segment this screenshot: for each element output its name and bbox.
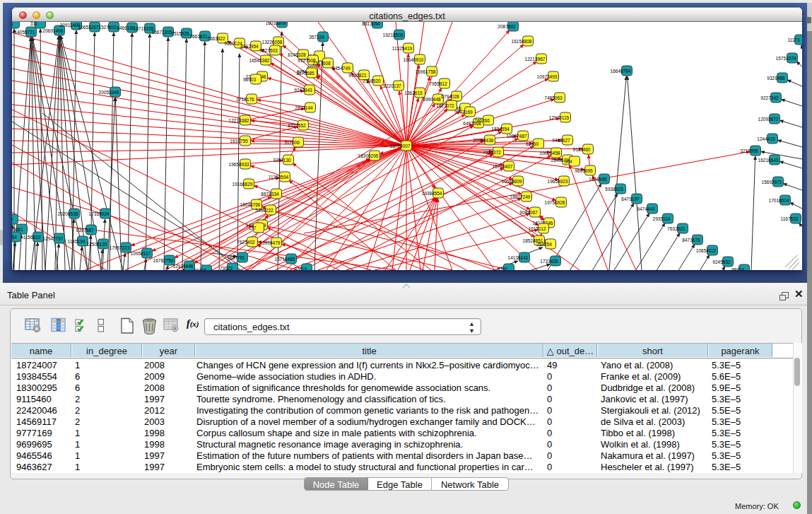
svg-text:1167533: 1167533	[781, 216, 799, 221]
svg-text:16210643: 16210643	[758, 158, 779, 163]
svg-text:2718176: 2718176	[236, 97, 254, 102]
svg-text:12505135: 12505135	[87, 242, 107, 247]
svg-text:1527602: 1527602	[98, 25, 117, 30]
svg-text:15692971: 15692971	[762, 180, 782, 185]
svg-text:11353594: 11353594	[269, 175, 289, 180]
svg-text:6479197: 6479197	[621, 197, 640, 201]
svg-text:5498222: 5498222	[255, 208, 273, 213]
svg-text:16543382: 16543382	[249, 58, 270, 63]
svg-text:98924: 98924	[731, 267, 744, 271]
svg-text:3215955: 3215955	[740, 148, 758, 153]
svg-text:5938923: 5938923	[605, 187, 623, 192]
svg-text:8912954: 8912954	[240, 44, 259, 49]
svg-text:20364436: 20364436	[473, 138, 494, 143]
svg-text:1621072: 1621072	[436, 103, 454, 108]
svg-text:12975115: 12975115	[549, 115, 570, 120]
svg-text:18724007: 18724007	[390, 144, 411, 148]
svg-text:1610755: 1610755	[230, 139, 248, 144]
svg-text:15751074: 15751074	[776, 56, 796, 61]
svg-text:7515526: 7515526	[171, 31, 189, 36]
svg-text:10958117: 10958117	[131, 251, 151, 256]
svg-text:9242843: 9242843	[294, 88, 312, 93]
svg-text:10653267: 10653267	[78, 25, 99, 30]
svg-text:9827503: 9827503	[259, 48, 278, 53]
svg-text:16033809: 16033809	[266, 22, 286, 25]
svg-text:127: 127	[249, 226, 257, 230]
svg-text:9463627: 9463627	[552, 138, 570, 143]
svg-text:8146328: 8146328	[288, 52, 306, 57]
svg-text:16914479: 16914479	[260, 240, 281, 245]
svg-text:9146821: 9146821	[348, 73, 367, 78]
svg-text:8391: 8391	[498, 267, 508, 271]
svg-text:7632621: 7632621	[667, 226, 686, 231]
svg-text:10719155: 10719155	[134, 26, 154, 31]
svg-text:1615112: 1615112	[529, 226, 546, 231]
svg-text:9397587: 9397587	[76, 228, 94, 233]
svg-text:16671355: 16671355	[152, 30, 172, 35]
svg-text:10025458: 10025458	[540, 151, 560, 156]
svg-text:1145194: 1145194	[68, 239, 86, 244]
svg-text:7386372: 7386372	[483, 150, 501, 155]
svg-text:7663821: 7663821	[189, 34, 208, 39]
svg-text:15716485: 15716485	[275, 257, 295, 262]
svg-text:3267130: 3267130	[273, 158, 291, 163]
svg-text:8427552: 8427552	[288, 123, 306, 128]
svg-text:12213382: 12213382	[229, 118, 249, 123]
svg-text:16154808: 16154808	[512, 39, 532, 44]
svg-text:9699695: 9699695	[575, 168, 593, 173]
svg-text:16961758: 16961758	[416, 69, 436, 74]
svg-text:2087682: 2087682	[498, 24, 516, 29]
svg-text:20619: 20619	[294, 267, 307, 271]
svg-text:7955812: 7955812	[429, 81, 447, 86]
svg-text:9474444: 9474444	[637, 206, 655, 211]
svg-text:11173: 11173	[787, 37, 799, 42]
svg-text:9329966: 9329966	[767, 76, 785, 81]
svg-text:9857791: 9857791	[227, 255, 245, 260]
svg-text:20206536: 20206536	[58, 211, 78, 216]
svg-text:8990448: 8990448	[423, 97, 441, 102]
svg-text:8220137: 8220137	[383, 83, 401, 88]
svg-text:17016504: 17016504	[769, 198, 789, 203]
svg-text:9245652: 9245652	[712, 259, 731, 264]
svg-text:1824554: 1824554	[491, 127, 510, 132]
svg-text:16648784: 16648784	[611, 69, 631, 74]
svg-text:19166829: 19166829	[233, 182, 253, 187]
svg-text:12093872: 12093872	[758, 117, 779, 122]
svg-text:2935114: 2935114	[653, 216, 671, 221]
svg-text:14136141: 14136141	[508, 255, 529, 260]
svg-text:317006: 317006	[284, 140, 300, 145]
svg-text:8471676: 8471676	[682, 238, 700, 243]
svg-text:311: 311	[30, 22, 38, 26]
svg-text:1244415: 1244415	[757, 136, 775, 141]
svg-text:9777169: 9777169	[454, 110, 473, 115]
svg-text:19654923: 19654923	[548, 179, 568, 184]
svg-text:252254: 252254	[536, 242, 552, 247]
svg-text:15720407: 15720407	[493, 164, 513, 169]
svg-text:17359924: 17359924	[89, 211, 110, 216]
svg-text:3875685: 3875685	[296, 71, 314, 76]
svg-text:13226058: 13226058	[262, 40, 283, 45]
svg-text:18807249: 18807249	[510, 194, 531, 199]
svg-text:904: 904	[565, 159, 572, 164]
svg-text:8878334: 8878334	[261, 192, 279, 197]
svg-text:9227342: 9227342	[760, 95, 779, 100]
svg-text:2367608: 2367608	[312, 61, 331, 66]
svg-text:20053346: 20053346	[99, 90, 119, 95]
svg-text:10688609: 10688609	[502, 179, 522, 184]
svg-text:2803144: 2803144	[295, 105, 313, 110]
svg-text:19654933: 19654933	[229, 162, 249, 167]
svg-text:7663822: 7663822	[207, 36, 225, 41]
svg-text:19384554: 19384554	[422, 191, 442, 196]
svg-text:69123: 69123	[194, 268, 206, 271]
svg-text:19756928: 19756928	[545, 200, 565, 205]
svg-text:1362615: 1362615	[404, 90, 423, 95]
svg-text:9860124: 9860124	[224, 41, 242, 46]
svg-text:10654112: 10654112	[696, 248, 717, 253]
svg-text:18640910: 18640910	[404, 57, 424, 62]
svg-text:7485063: 7485063	[544, 95, 563, 100]
svg-text:17957223: 17957223	[110, 245, 130, 250]
svg-text:20691406: 20691406	[43, 28, 64, 33]
svg-text:8813054: 8813054	[362, 22, 380, 26]
svg-text:19218506: 19218506	[383, 33, 404, 37]
svg-text:98903: 98903	[243, 77, 256, 82]
